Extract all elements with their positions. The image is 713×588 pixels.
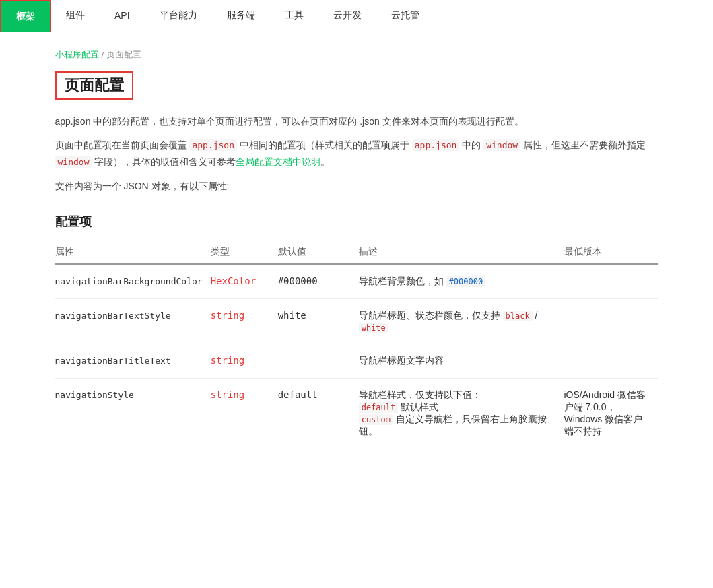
attr-desc: 导航栏标题、状态栏颜色，仅支持 black / white bbox=[359, 298, 564, 344]
desc-para-1: app.json 中的部分配置，也支持对单个页面进行配置，可以在页面对应的 .j… bbox=[55, 113, 658, 130]
config-table: 属性 类型 默认值 描述 最低版本 navigationBarBackgroun… bbox=[55, 240, 658, 449]
desc-para-2: 页面中配置项在当前页面会覆盖 app.json 中相同的配置项（样式相关的配置项… bbox=[55, 137, 658, 170]
attr-type: string bbox=[211, 310, 245, 321]
nav-item-platform[interactable]: 平台能力 bbox=[145, 0, 212, 32]
col-header-attr: 属性 bbox=[55, 240, 211, 264]
nav-item-api[interactable]: API bbox=[100, 0, 145, 32]
attr-version bbox=[564, 344, 658, 378]
breadcrumb-parent[interactable]: 小程序配置 bbox=[55, 48, 99, 61]
page-title: 页面配置 bbox=[55, 71, 133, 100]
main-content: 小程序配置 / 页面配置 页面配置 app.json 中的部分配置，也支持对单个… bbox=[34, 32, 680, 465]
attr-default: #000000 bbox=[278, 275, 318, 286]
desc-para-3: 文件内容为一个 JSON 对象，有以下属性: bbox=[55, 178, 658, 195]
section-heading-config: 配置项 bbox=[55, 214, 658, 230]
attr-default: default bbox=[278, 389, 318, 400]
attr-default: white bbox=[278, 310, 306, 321]
breadcrumb: 小程序配置 / 页面配置 bbox=[55, 48, 658, 61]
table-row: navigationBarTitleText string 导航栏标题文字内容 bbox=[55, 344, 658, 378]
breadcrumb-separator: / bbox=[102, 50, 104, 60]
col-header-desc: 描述 bbox=[359, 240, 564, 264]
breadcrumb-current: 页面配置 bbox=[106, 48, 141, 61]
nav-item-components[interactable]: 组件 bbox=[51, 0, 100, 32]
table-row: navigationStyle string default 导航栏样式，仅支持… bbox=[55, 378, 658, 449]
attr-type: string bbox=[211, 389, 245, 400]
nav-item-cloud-host[interactable]: 云托管 bbox=[376, 0, 434, 32]
global-config-link[interactable]: 全局配置文档中说明 bbox=[236, 156, 320, 167]
attr-name: navigationStyle bbox=[55, 390, 134, 400]
col-header-default: 默认值 bbox=[278, 240, 359, 264]
attr-desc: 导航栏标题文字内容 bbox=[359, 344, 564, 378]
table-row: navigationBarBackgroundColor HexColor #0… bbox=[55, 264, 658, 299]
nav-item-tools[interactable]: 工具 bbox=[270, 0, 318, 32]
attr-type: string bbox=[211, 355, 245, 366]
attr-version: iOS/Android 微信客户端 7.0.0，Windows 微信客户端不持持 bbox=[564, 378, 658, 449]
attr-name: navigationBarBackgroundColor bbox=[55, 276, 203, 286]
col-header-type: 类型 bbox=[211, 240, 278, 264]
attr-type: HexColor bbox=[211, 275, 256, 286]
nav-item-server[interactable]: 服务端 bbox=[212, 0, 270, 32]
attr-name: navigationBarTitleText bbox=[55, 356, 171, 366]
nav-item-cloud-dev[interactable]: 云开发 bbox=[318, 0, 376, 32]
top-nav: 框架 组件 API 平台能力 服务端 工具 云开发 云托管 bbox=[0, 0, 713, 32]
attr-version bbox=[564, 264, 658, 299]
col-header-version: 最低版本 bbox=[564, 240, 658, 264]
attr-desc: 导航栏样式，仅支持以下值： default 默认样式 custom 自定义导航栏… bbox=[359, 378, 564, 449]
attr-desc: 导航栏背景颜色，如 #000000 bbox=[359, 264, 564, 299]
attr-version bbox=[564, 298, 658, 344]
table-row: navigationBarTextStyle string white 导航栏标… bbox=[55, 298, 658, 344]
attr-name: navigationBarTextStyle bbox=[55, 311, 171, 321]
nav-item-framework[interactable]: 框架 bbox=[0, 0, 51, 32]
